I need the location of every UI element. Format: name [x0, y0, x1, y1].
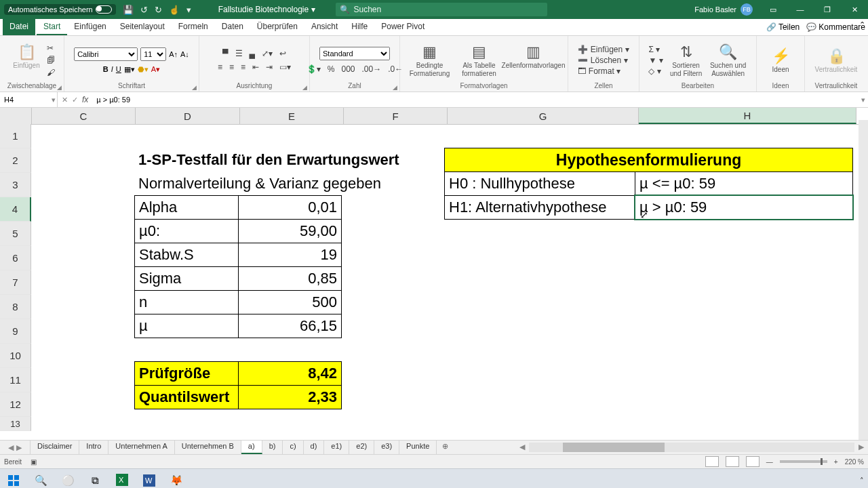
col-header-d[interactable]: D — [136, 108, 240, 124]
tab-start[interactable]: Start — [37, 19, 67, 35]
redo-icon[interactable]: ↻ — [155, 5, 162, 15]
accounting-format-icon[interactable]: 💲▾ — [307, 64, 321, 74]
comments-button[interactable]: 💬Kommentare — [806, 22, 865, 32]
maximize-button[interactable]: ❐ — [814, 0, 841, 19]
align-top-icon[interactable]: ▀ — [222, 49, 229, 58]
insert-cells-button[interactable]: ➕ Einfügen ▾ — [578, 45, 629, 54]
ribbon-options-icon[interactable]: ▭ — [760, 0, 787, 19]
italic-button[interactable]: I — [111, 65, 113, 73]
sheet-tab-unternehmen-a[interactable]: Unternehmen A — [108, 441, 174, 454]
row-header-10[interactable]: 10 — [0, 344, 31, 368]
row-header-11[interactable]: 11 — [0, 368, 31, 392]
sheet-tab-c[interactable]: c) — [283, 441, 303, 454]
taskbar-cortana-icon[interactable]: ⚪ — [54, 469, 81, 488]
sheet-tab-e2[interactable]: e2) — [349, 441, 374, 454]
row-header-6[interactable]: 6 — [0, 246, 31, 270]
dialog-launcher-icon[interactable]: ◢ — [302, 84, 307, 91]
sheet-tab-e1[interactable]: e1) — [324, 441, 349, 454]
row-header-4[interactable]: 4 — [0, 197, 31, 222]
record-macro-icon[interactable]: ▣ — [31, 458, 37, 466]
increase-indent-icon[interactable]: ⇥ — [266, 62, 273, 72]
col-header-h[interactable]: H — [639, 108, 856, 124]
cut-icon[interactable]: ✂ — [47, 43, 54, 53]
tab-review[interactable]: Überprüfen — [250, 19, 304, 35]
zoom-in-icon[interactable]: + — [834, 458, 838, 466]
cell-d6[interactable]: Stabw.S — [134, 243, 239, 267]
row-header-7[interactable]: 7 — [0, 270, 31, 295]
sheet-tab-d[interactable]: d) — [304, 441, 325, 454]
autosave-toggle[interactable]: Automatisches Speichern — [4, 4, 116, 15]
horizontal-scrollbar[interactable]: ◀ ▶ — [529, 443, 854, 452]
zoom-level[interactable]: 220 % — [845, 458, 864, 466]
align-right-icon[interactable]: ≡ — [241, 62, 245, 72]
row-header-12[interactable]: 12 — [0, 392, 31, 417]
format-painter-icon[interactable]: 🖌 — [47, 68, 55, 77]
cell-h3[interactable]: µ <= µ0: 59 — [635, 171, 853, 196]
cell-e7[interactable]: 0,85 — [238, 266, 342, 291]
tab-insert[interactable]: Einfügen — [67, 19, 113, 35]
cell-d4[interactable]: Alpha — [134, 195, 239, 220]
paste-button[interactable]: 📋 Einfügen — [9, 43, 44, 77]
share-button[interactable]: 🔗Teilen — [766, 22, 800, 32]
view-normal-icon[interactable] — [705, 456, 719, 467]
taskbar-search-icon[interactable]: 🔍 — [27, 469, 54, 488]
user-avatar[interactable]: FB — [741, 3, 753, 16]
qat-dropdown-icon[interactable]: ▾ — [186, 5, 191, 15]
touch-mode-icon[interactable]: ☝ — [169, 5, 180, 15]
cancel-formula-icon[interactable]: ✕ — [62, 96, 68, 104]
find-select-button[interactable]: 🔍 Suchen und Auswählen — [709, 43, 747, 77]
cell-g3[interactable]: H0 : Nullhypothese — [444, 171, 635, 196]
cell-d9[interactable]: µ — [134, 314, 239, 338]
view-page-break-icon[interactable] — [746, 456, 760, 467]
font-name-select[interactable]: Calibri — [74, 47, 138, 61]
decrease-indent-icon[interactable]: ⇤ — [252, 62, 259, 72]
cell-d11[interactable]: Prüfgröße — [134, 361, 239, 386]
cell-e5[interactable]: 59,00 — [238, 219, 342, 243]
row-header-3[interactable]: 3 — [0, 173, 31, 197]
fill-color-button[interactable]: ⬣▾ — [138, 65, 149, 74]
cell-e9[interactable]: 66,15 — [238, 314, 342, 338]
underline-button[interactable]: U — [116, 65, 121, 73]
start-button[interactable] — [0, 469, 27, 488]
sheet-tab-intro[interactable]: Intro — [79, 441, 108, 454]
col-header-c[interactable]: C — [32, 108, 136, 124]
row-header-2[interactable]: 2 — [0, 148, 31, 173]
tab-view[interactable]: Ansicht — [304, 19, 344, 35]
cell-styles-button[interactable]: ▥ Zellenformatvorlagen — [504, 43, 564, 77]
cell-g4[interactable]: H1: Alternativhypothese — [444, 195, 635, 220]
align-left-icon[interactable]: ≡ — [218, 62, 222, 72]
tab-data[interactable]: Daten — [215, 19, 250, 35]
font-size-select[interactable]: 11 — [140, 47, 166, 61]
align-bottom-icon[interactable]: ▄ — [250, 49, 256, 58]
cell-e6[interactable]: 19 — [238, 243, 342, 267]
cell-e4[interactable]: 0,01 — [238, 195, 342, 220]
grid-area[interactable]: C D E F G H 1 2 3 4 5 6 7 8 9 10 11 12 1… — [0, 108, 868, 440]
cell-e12[interactable]: 2,33 — [238, 385, 342, 409]
copy-icon[interactable]: 🗐 — [47, 56, 55, 65]
row-header-8[interactable]: 8 — [0, 295, 31, 319]
decrease-font-icon[interactable]: A↓ — [180, 50, 189, 58]
tab-powerpivot[interactable]: Power Pivot — [374, 19, 431, 35]
add-sheet-button[interactable]: ⊕ — [437, 441, 454, 454]
increase-font-icon[interactable]: A↑ — [169, 50, 178, 58]
dialog-launcher-icon[interactable]: ◢ — [192, 84, 197, 91]
cell-d7[interactable]: Sigma — [134, 266, 239, 291]
dialog-launcher-icon[interactable]: ◢ — [57, 84, 62, 91]
minimize-button[interactable]: — — [787, 0, 814, 19]
increase-decimal-icon[interactable]: .00→ — [362, 64, 382, 74]
borders-button[interactable]: ▦▾ — [124, 65, 135, 74]
save-icon[interactable]: 💾 — [123, 5, 134, 15]
tab-pagelayout[interactable]: Seitenlayout — [113, 19, 172, 35]
sort-filter-button[interactable]: ⇅ Sortieren und Filtern — [667, 43, 705, 77]
cell-e11[interactable]: 8,42 — [238, 361, 342, 386]
sheet-tab-disclaimer[interactable]: Disclaimer — [31, 441, 79, 454]
close-button[interactable]: ✕ — [841, 0, 868, 19]
cell-d8[interactable]: n — [134, 290, 239, 314]
cell-d12[interactable]: Quantilswert — [134, 385, 239, 409]
cell-h4[interactable]: µ > µ0: 59 — [635, 195, 853, 220]
taskbar-taskview-icon[interactable]: ⧉ — [81, 469, 108, 488]
autosum-icon[interactable]: Σ ▾ — [648, 45, 660, 54]
name-box[interactable]: H4 ▾ — [0, 92, 58, 107]
align-middle-icon[interactable]: ☰ — [235, 49, 243, 58]
cell-g2[interactable]: Hypothesenformulierung — [444, 148, 853, 172]
